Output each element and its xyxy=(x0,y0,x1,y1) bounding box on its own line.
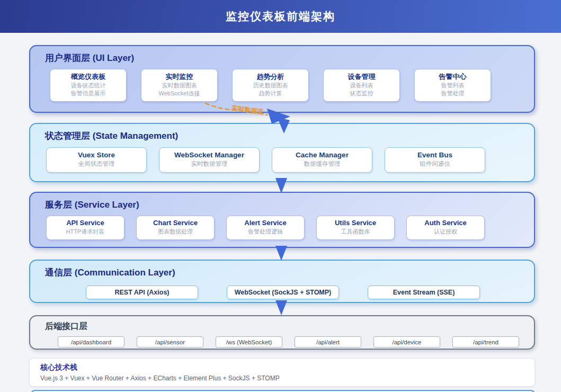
layer-communication-title: 通信层 (Communication Layer) xyxy=(45,266,175,279)
card-subtitle: WebSocket连接 xyxy=(141,90,217,97)
card-websocket-manager: WebSocket Manager 实时数据管理 xyxy=(159,147,260,173)
card-title: Auth Service xyxy=(407,218,484,228)
card-subtitle: 历史数据图表 xyxy=(233,82,308,90)
ui-card-row: 概览仪表板 设备状态统计 告警信息展示 实时监控 实时数据图表 WebSocke… xyxy=(50,69,491,102)
page-header: 监控仪表板前端架构 xyxy=(0,0,561,33)
card-chart-service: Chart Service 图表数据处理 xyxy=(136,216,215,240)
layer-state-title: 状态管理层 (State Management) xyxy=(45,130,178,142)
card-title: 设备管理 xyxy=(324,72,399,82)
tech-stack-items: Vue.js 3 + Vuex + Vue Router + Axios + E… xyxy=(40,375,524,382)
card-realtime-monitor: 实时监控 实时数据图表 WebSocket连接 xyxy=(141,69,218,102)
arrow-service-to-comm-icon xyxy=(275,246,287,261)
card-subtitle: 实时数据管理 xyxy=(159,160,259,168)
chip-api-sensor: /api/sensor xyxy=(137,336,203,348)
card-subtitle: 趋势计算 xyxy=(233,90,308,97)
card-title: 实时监控 xyxy=(141,72,217,82)
tech-stack-card: 核心技术栈 Vue.js 3 + Vuex + Vue Router + Axi… xyxy=(29,358,535,387)
card-subtitle: 告警列表 xyxy=(415,82,491,90)
card-cache-manager: Cache Manager 数据缓存管理 xyxy=(272,147,372,173)
chip-api-device: /api/device xyxy=(373,336,440,348)
card-utils-service: Utils Service 工具函数库 xyxy=(316,216,395,240)
service-card-row: API Service HTTP请求封装 Chart Service 图表数据处… xyxy=(46,216,485,240)
chip-api-dashboard: /api/dashboard xyxy=(58,336,124,348)
layer-backend-api: 后端接口层 /api/dashboard /api/sensor /ws (We… xyxy=(29,315,535,350)
card-event-bus: Event Bus 组件间通信 xyxy=(385,147,485,173)
card-title: Utils Service xyxy=(317,218,394,228)
card-title: Alert Service xyxy=(227,218,304,228)
card-device-management: 设备管理 设备列表 状态监控 xyxy=(323,69,400,102)
layer-service: 服务层 (Service Layer) API Service HTTP请求封装… xyxy=(29,192,535,248)
card-subtitle: 实时数据图表 xyxy=(141,82,217,90)
card-subtitle: 告警信息展示 xyxy=(50,90,126,97)
card-subtitle: 全局状态管理 xyxy=(47,160,146,168)
layer-backend-title: 后端接口层 xyxy=(45,321,87,332)
card-title: 概览仪表板 xyxy=(50,72,126,82)
layer-ui: 用户界面层 (UI Layer) 概览仪表板 设备状态统计 告警信息展示 实时监… xyxy=(29,45,535,113)
card-rest-api: REST API (Axios) xyxy=(86,286,198,299)
architecture-diagram: 监控仪表板前端架构 用户界面层 (UI Layer) 概览仪表板 设备状态统计 … xyxy=(0,0,561,392)
backend-chip-row: /api/dashboard /api/sensor /ws (WebSocke… xyxy=(58,336,519,348)
chip-api-trend: /api/trend xyxy=(452,336,519,348)
card-title: Vuex Store xyxy=(47,150,146,160)
tech-stack-title: 核心技术栈 xyxy=(40,363,524,372)
card-subtitle: 告警处理逻辑 xyxy=(227,228,304,236)
card-title: API Service xyxy=(47,218,124,228)
bottom-cutoff-strip xyxy=(31,390,535,392)
card-websocket: WebSocket (SockJS + STOMP) xyxy=(227,286,339,299)
card-auth-service: Auth Service 认证授权 xyxy=(406,216,485,240)
layer-ui-title: 用户界面层 (UI Layer) xyxy=(45,52,134,64)
card-title: Event Bus xyxy=(385,150,485,160)
card-subtitle: 组件间通信 xyxy=(385,160,485,168)
card-subtitle: 告警处理 xyxy=(415,90,491,97)
card-subtitle: 工具函数库 xyxy=(317,228,394,236)
chip-ws-websocket: /ws (WebSocket) xyxy=(216,336,282,348)
card-subtitle: 状态监控 xyxy=(324,90,399,97)
card-subtitle: 设备状态统计 xyxy=(50,82,126,90)
card-title: 告警中心 xyxy=(415,72,491,82)
card-trend-analysis: 趋势分析 历史数据图表 趋势计算 xyxy=(232,69,309,102)
card-title: 趋势分析 xyxy=(233,72,308,82)
card-api-service: API Service HTTP请求封装 xyxy=(46,216,124,240)
chip-api-alert: /api/alert xyxy=(295,336,361,348)
card-alert-center: 告警中心 告警列表 告警处理 xyxy=(414,69,491,102)
page-title: 监控仪表板前端架构 xyxy=(226,9,335,24)
layer-service-title: 服务层 (Service Layer) xyxy=(45,199,139,211)
card-title: WebSocket Manager xyxy=(159,150,259,160)
communication-card-row: REST API (Axios) WebSocket (SockJS + STO… xyxy=(86,286,480,299)
card-title: Cache Manager xyxy=(272,150,372,160)
layer-state-management: 状态管理层 (State Management) Vuex Store 全局状态… xyxy=(29,123,535,182)
layer-communication: 通信层 (Communication Layer) REST API (Axio… xyxy=(29,260,535,303)
card-subtitle: HTTP请求封装 xyxy=(47,228,124,236)
card-subtitle: 数据缓存管理 xyxy=(272,160,372,168)
card-overview-dashboard: 概览仪表板 设备状态统计 告警信息展示 xyxy=(50,69,127,102)
card-title: Chart Service xyxy=(137,218,214,228)
card-vuex-store: Vuex Store 全局状态管理 xyxy=(46,147,147,173)
state-card-row: Vuex Store 全局状态管理 WebSocket Manager 实时数据… xyxy=(46,147,485,173)
card-event-stream: Event Stream (SSE) xyxy=(368,286,480,299)
card-alert-service: Alert Service 告警处理逻辑 xyxy=(226,216,305,240)
card-subtitle: 设备列表 xyxy=(324,82,399,90)
card-subtitle: 图表数据处理 xyxy=(137,228,214,236)
card-subtitle: 认证授权 xyxy=(407,228,484,236)
